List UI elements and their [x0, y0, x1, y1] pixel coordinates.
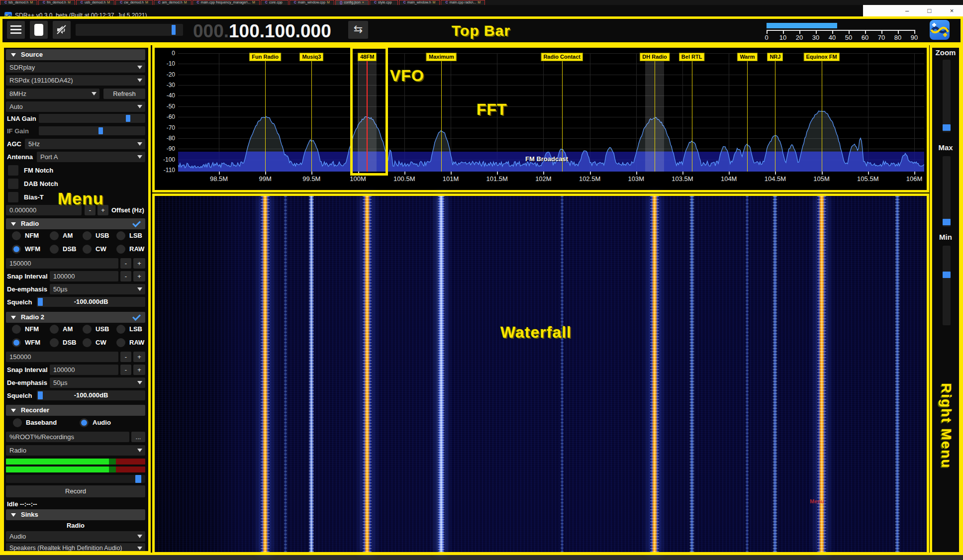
volume-slider-handle[interactable] [172, 25, 176, 35]
record-button[interactable]: Record [6, 485, 145, 497]
frequency-display[interactable]: 000.100.100.000 [193, 20, 331, 42]
radio2-bw-minus-button[interactable]: - [120, 352, 131, 362]
source-device-select[interactable]: RSPdx (191106DA42) [6, 75, 145, 86]
sink-type-select[interactable]: Audio [6, 531, 145, 542]
station-label-fun-radio[interactable]: Fun Radio [249, 53, 281, 61]
radio2-bandwidth-input[interactable]: 150000 [6, 352, 118, 362]
radio-mode-lsb[interactable] [116, 231, 125, 240]
radio2-mode-nfm[interactable] [12, 325, 21, 334]
radio2-bw-plus-button[interactable]: + [133, 352, 145, 362]
station-label-bel-rtl[interactable]: Bel RTL [679, 53, 705, 61]
mute-button[interactable] [53, 21, 71, 39]
fft-trace[interactable] [178, 53, 924, 172]
station-label-dh-radio[interactable]: DH Radio [640, 53, 670, 61]
volume-slider[interactable] [76, 24, 183, 36]
ide-tab[interactable]: Cfm_demod.hM [38, 0, 75, 5]
radio2-mode-raw[interactable] [116, 338, 125, 347]
radio-bw-plus-button[interactable]: + [133, 258, 145, 269]
offset-input[interactable]: 0.000000 [6, 205, 82, 215]
recorder-volume-slider[interactable] [6, 475, 145, 483]
radio-mode-am[interactable] [50, 231, 59, 240]
ide-tab[interactable]: Ccw_demod.hM [115, 0, 153, 5]
station-label-nrj[interactable]: NRJ [767, 53, 783, 61]
title-bar[interactable]: SDR++ v0.3.0_beta (Built at 00:12:37, Ju… [0, 5, 963, 16]
radio2-snap-minus-button[interactable]: - [120, 365, 131, 375]
radio-mode-nfm[interactable] [12, 231, 21, 240]
tuning-mode-button[interactable]: ⇆ [348, 21, 368, 39]
source-driver-select[interactable]: SDRplay [6, 62, 145, 73]
radio2-mode-lsb[interactable] [116, 325, 125, 334]
browse-button[interactable]: ... [131, 432, 145, 442]
zoom-slider-handle[interactable] [943, 124, 951, 131]
section-header-source[interactable]: Source [6, 49, 145, 60]
radio2-mode-am[interactable] [50, 325, 59, 334]
radio2-mode-usb[interactable] [83, 325, 92, 334]
radio-mode-wfm[interactable] [12, 245, 21, 254]
gain-mode-select[interactable]: Auto [6, 101, 145, 112]
close-button[interactable]: × [941, 5, 963, 16]
radio2-mode-wfm[interactable] [12, 338, 21, 347]
if-gain-slider[interactable] [39, 126, 145, 135]
radio2-squelch-slider[interactable]: -100.000dB [37, 390, 145, 400]
section-header-radio2[interactable]: Radio 2 [6, 312, 145, 323]
station-label-radio-contact[interactable]: Radio Contact [541, 53, 583, 61]
radio2-mode-cw[interactable] [83, 338, 92, 347]
minimize-button[interactable]: – [896, 5, 918, 16]
station-label-musiq3[interactable]: Musiq3 [299, 53, 323, 61]
ide-tab[interactable]: Cmain.cpp radio\...M [441, 0, 485, 5]
offset-minus-button[interactable]: - [85, 205, 96, 215]
radio2-snap-plus-button[interactable]: + [133, 365, 145, 375]
sample-rate-select[interactable]: 8MHz [6, 89, 99, 99]
refresh-button[interactable]: Refresh [103, 89, 145, 99]
radio2-mode-dsb[interactable] [50, 338, 59, 347]
section-header-recorder[interactable]: Recorder [6, 405, 145, 416]
ide-tab[interactable]: Cstyle.cpp [370, 0, 398, 5]
station-label-48fm[interactable]: 48FM [358, 53, 377, 61]
min-slider[interactable] [943, 246, 951, 325]
enabled-check-icon[interactable] [132, 312, 141, 321]
radio-bw-minus-button[interactable]: - [120, 258, 131, 269]
section-header-radio[interactable]: Radio [6, 218, 145, 229]
max-slider-handle[interactable] [943, 219, 951, 225]
recorder-path-input[interactable]: %ROOT%/Recordings [6, 432, 129, 442]
sink-device-select[interactable]: Speakers (Realtek High Definition Audio) [6, 543, 145, 554]
ide-tab[interactable]: {}config.json× [335, 0, 369, 5]
maximize-button[interactable]: □ [918, 5, 941, 16]
lna-gain-slider[interactable] [39, 114, 145, 123]
station-label-warm[interactable]: Warm [737, 53, 757, 61]
ide-tab[interactable]: Cmain.cpp frequency_manager\...M [193, 0, 260, 5]
radio-squelch-slider[interactable]: -100.000dB [37, 297, 145, 307]
fm-notch-checkbox[interactable] [8, 165, 18, 176]
radio2-snap-input[interactable]: 100000 [50, 365, 118, 375]
section-header-sinks[interactable]: Sinks [6, 509, 145, 520]
radio-snap-plus-button[interactable]: + [133, 271, 145, 281]
radio2-deemphasis-select[interactable]: 50µs [50, 377, 145, 388]
radio-mode-raw[interactable] [116, 245, 125, 254]
radio-mode-cw[interactable] [83, 245, 92, 254]
zoom-slider[interactable] [943, 60, 951, 132]
station-label-equinox-fm[interactable]: Equinox FM [803, 53, 839, 61]
ide-tab[interactable]: Cmain_window.hM [399, 0, 440, 5]
radio-snap-input[interactable]: 100000 [50, 271, 118, 281]
radio-mode-dsb[interactable] [50, 245, 59, 254]
recorder-audio-radio[interactable] [80, 418, 89, 427]
radio-mode-usb[interactable] [83, 231, 92, 240]
menu-button[interactable] [7, 21, 25, 39]
ide-tab[interactable]: Clsb_demod.hM [0, 0, 37, 5]
agc-select[interactable]: 5Hz [25, 139, 145, 149]
bias-t-checkbox[interactable] [8, 192, 18, 202]
radio-snap-minus-button[interactable]: - [120, 271, 131, 281]
dab-notch-checkbox[interactable] [8, 179, 18, 189]
ide-tab[interactable]: Cusb_demod.hM [76, 0, 114, 5]
offset-plus-button[interactable]: + [97, 205, 108, 215]
enabled-check-icon[interactable] [132, 219, 141, 227]
ide-tab[interactable]: Cam_demod.hM [154, 0, 192, 5]
min-slider-handle[interactable] [943, 272, 951, 278]
antenna-select[interactable]: Port A [37, 152, 145, 162]
ide-tab[interactable]: Cmain_window.cppM [289, 0, 334, 5]
recorder-stream-select[interactable]: Radio [6, 445, 145, 456]
max-slider[interactable] [943, 156, 951, 227]
radio-bandwidth-input[interactable]: 150000 [6, 258, 118, 269]
vfo-center-line[interactable] [367, 59, 368, 172]
radio-deemphasis-select[interactable]: 50µs [50, 284, 145, 294]
